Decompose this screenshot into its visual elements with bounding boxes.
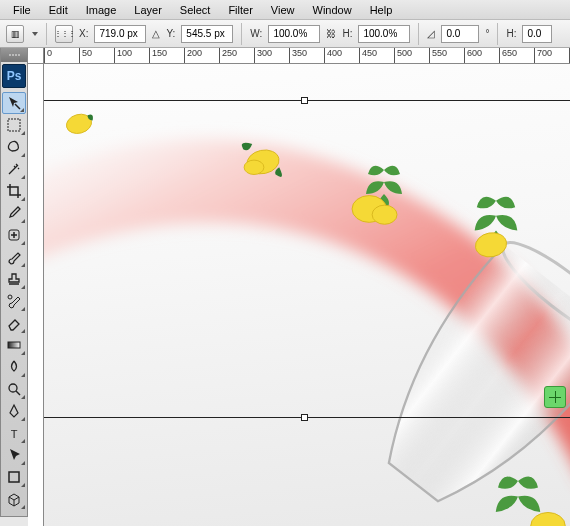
- pen-tool[interactable]: [2, 400, 26, 422]
- move-tool[interactable]: [2, 92, 26, 114]
- menu-help[interactable]: Help: [361, 2, 402, 18]
- options-bar: ▥ ⋮⋮⋮ X: 719.0 px △ Y: 545.5 px W: 100.0…: [0, 20, 570, 48]
- menu-filter[interactable]: Filter: [219, 2, 261, 18]
- transform-bounding-box[interactable]: [44, 100, 570, 418]
- ruler-tick: 650: [499, 48, 517, 63]
- angle-unit: °: [485, 28, 489, 39]
- link-icon[interactable]: ⛓: [326, 28, 336, 39]
- w-label: W:: [250, 28, 262, 39]
- lasso-tool[interactable]: [2, 136, 26, 158]
- reference-point-icon[interactable]: ⋮⋮⋮: [55, 25, 73, 43]
- ruler-tick: 450: [359, 48, 377, 63]
- menu-window[interactable]: Window: [304, 2, 361, 18]
- svg-point-2: [8, 295, 12, 299]
- svg-rect-6: [9, 472, 19, 482]
- svg-rect-3: [8, 342, 20, 348]
- canvas[interactable]: [44, 64, 570, 526]
- x-field[interactable]: 719.0 px: [94, 25, 146, 43]
- menu-select[interactable]: Select: [171, 2, 220, 18]
- h-label: H:: [342, 28, 352, 39]
- h-field[interactable]: 100.0%: [358, 25, 410, 43]
- menu-file[interactable]: File: [4, 2, 40, 18]
- delta-icon[interactable]: △: [152, 28, 160, 39]
- ruler-tick: 400: [324, 48, 342, 63]
- toolbox-grip[interactable]: [1, 48, 27, 62]
- lemon-5: [524, 504, 570, 526]
- ruler-tick: 100: [114, 48, 132, 63]
- wand-tool[interactable]: [2, 158, 26, 180]
- ruler-vertical[interactable]: [28, 64, 44, 526]
- svg-point-14: [531, 512, 566, 526]
- transform-mode-icon[interactable]: ▥: [6, 25, 24, 43]
- rotate-handle[interactable]: [544, 386, 566, 408]
- svg-rect-0: [8, 119, 20, 131]
- eraser-tool[interactable]: [2, 312, 26, 334]
- menu-edit[interactable]: Edit: [40, 2, 77, 18]
- ruler-horizontal[interactable]: 0501001502002503003504004505005506006507…: [28, 48, 570, 64]
- handle-tm[interactable]: [301, 97, 308, 104]
- ruler-tick: 250: [219, 48, 237, 63]
- w-field[interactable]: 100.0%: [268, 25, 320, 43]
- ruler-tick: 200: [184, 48, 202, 63]
- x-label: X:: [79, 28, 88, 39]
- handle-bm[interactable]: [301, 414, 308, 421]
- ruler-origin[interactable]: [28, 48, 44, 64]
- ruler-tick: 50: [79, 48, 92, 63]
- 3d-tool[interactable]: [2, 488, 26, 510]
- ruler-tick: 700: [534, 48, 552, 63]
- dropdown-icon[interactable]: [32, 32, 38, 36]
- type-tool[interactable]: T: [2, 422, 26, 444]
- blur-tool[interactable]: [2, 356, 26, 378]
- svg-point-4: [9, 384, 17, 392]
- ruler-tick: 150: [149, 48, 167, 63]
- y-label: Y:: [166, 28, 175, 39]
- ruler-tick: 550: [429, 48, 447, 63]
- menubar: File Edit Image Layer Select Filter View…: [0, 0, 570, 20]
- shape-tool[interactable]: [2, 466, 26, 488]
- history-brush-tool[interactable]: [2, 290, 26, 312]
- brush-tool[interactable]: [2, 246, 26, 268]
- heal-tool[interactable]: [2, 224, 26, 246]
- angle-field[interactable]: 0.0: [441, 25, 479, 43]
- crop-tool[interactable]: [2, 180, 26, 202]
- marquee-tool[interactable]: [2, 114, 26, 136]
- dodge-tool[interactable]: [2, 378, 26, 400]
- menu-layer[interactable]: Layer: [125, 2, 171, 18]
- ruler-tick: 350: [289, 48, 307, 63]
- workspace: Ps T 05010015020025030035040045050055060…: [0, 48, 570, 526]
- app-badge[interactable]: Ps: [2, 64, 26, 88]
- toolbox: Ps T: [0, 48, 28, 517]
- ruler-tick: 600: [464, 48, 482, 63]
- eyedropper-tool[interactable]: [2, 202, 26, 224]
- svg-text:T: T: [11, 428, 18, 440]
- ruler-tick: 500: [394, 48, 412, 63]
- ruler-tick: 0: [44, 48, 52, 63]
- skew-h-label: H:: [506, 28, 516, 39]
- angle-icon: ◿: [427, 28, 435, 39]
- ruler-tick: 300: [254, 48, 272, 63]
- path-select-tool[interactable]: [2, 444, 26, 466]
- stamp-tool[interactable]: [2, 268, 26, 290]
- y-field[interactable]: 545.5 px: [181, 25, 233, 43]
- skew-h-field[interactable]: 0.0: [522, 25, 552, 43]
- menu-image[interactable]: Image: [77, 2, 126, 18]
- gradient-tool[interactable]: [2, 334, 26, 356]
- menu-view[interactable]: View: [262, 2, 304, 18]
